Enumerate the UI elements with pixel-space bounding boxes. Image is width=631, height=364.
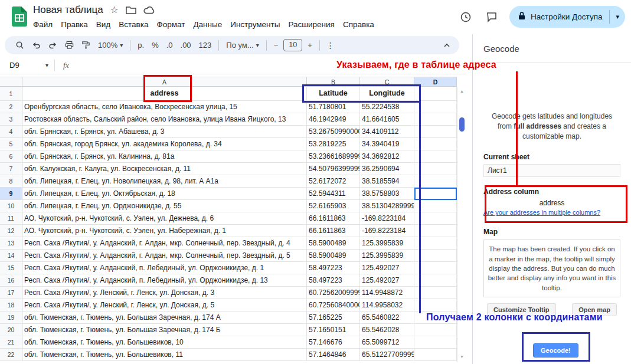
cell-C6[interactable]: 34.3692812 bbox=[360, 150, 414, 163]
cloud-status-icon[interactable] bbox=[143, 6, 155, 14]
cell-A17[interactable]: Респ. Саха /Якутия/, у. Ленский, г. Ленс… bbox=[22, 287, 307, 299]
scrollbar-thumb[interactable] bbox=[459, 117, 465, 132]
cell-A2[interactable]: Оренбургская область, село Ивановка, Вос… bbox=[22, 101, 307, 113]
cell-D20[interactable] bbox=[414, 324, 457, 336]
multiple-columns-link[interactable]: Are your addresses in multiple columns? bbox=[483, 209, 620, 216]
cell-A16[interactable]: Респ. Саха /Якутия/, у. Алданский, п. Ле… bbox=[22, 274, 307, 287]
cell-C15[interactable]: 125.492027 bbox=[360, 262, 414, 274]
cell-D13[interactable] bbox=[414, 237, 457, 250]
cell-A1[interactable]: address bbox=[22, 87, 307, 101]
cell-C21[interactable]: 65.5099712 bbox=[360, 336, 414, 349]
row-header-3[interactable]: 3 bbox=[0, 113, 22, 126]
cell-B22[interactable]: 57.1464846 bbox=[307, 349, 360, 361]
number-format-button[interactable]: 123 bbox=[195, 39, 215, 51]
row-header-9[interactable]: 9 bbox=[0, 188, 22, 200]
cell-B6[interactable]: 53.23661689999999 bbox=[307, 150, 360, 163]
zoom-dropdown[interactable]: 100% ▾ bbox=[94, 39, 126, 51]
cell-B16[interactable]: 58.497223 bbox=[307, 274, 360, 287]
cell-A6[interactable]: обл. Брянская, г. Брянск, ул. Калинина, … bbox=[22, 150, 307, 163]
cell-D2[interactable] bbox=[414, 101, 457, 113]
cell-B1[interactable]: Latitude bbox=[307, 87, 360, 101]
sheets-logo-icon[interactable] bbox=[12, 6, 27, 29]
move-folder-icon[interactable] bbox=[126, 6, 136, 14]
cell-A5[interactable]: обл. Брянская, город Брянск, ул. академи… bbox=[22, 138, 307, 150]
more-options-icon[interactable]: ⋮ bbox=[323, 39, 338, 52]
share-dropdown-caret-icon[interactable]: ▾ bbox=[610, 13, 625, 21]
row-header-6[interactable]: 6 bbox=[0, 150, 22, 163]
row-header-12[interactable]: 12 bbox=[0, 225, 22, 237]
cell-C11[interactable]: -169.8223184 bbox=[360, 212, 414, 225]
cell-D16[interactable] bbox=[414, 274, 457, 287]
column-header-B[interactable]: B bbox=[307, 77, 360, 87]
scroll-up-icon[interactable]: ▲ bbox=[457, 87, 466, 96]
cell-B13[interactable]: 58.5900489 bbox=[307, 237, 360, 250]
cell-D1[interactable] bbox=[414, 87, 457, 101]
comments-icon[interactable] bbox=[483, 9, 500, 25]
cell-B2[interactable]: 51.7180801 bbox=[307, 101, 360, 113]
cell-D21[interactable] bbox=[414, 336, 457, 349]
cell-C17[interactable]: 114.9948872 bbox=[360, 287, 414, 299]
menu-Файл[interactable]: Файл bbox=[29, 18, 57, 31]
cell-C7[interactable]: 36.2590694 bbox=[360, 163, 414, 175]
menu-Расширения[interactable]: Расширения bbox=[284, 18, 339, 31]
cell-A8[interactable]: обл. Липецкая, г. Елец, ул. Новолипецкая… bbox=[22, 175, 307, 188]
cell-C5[interactable]: 34.3940419 bbox=[360, 138, 414, 150]
cell-D17[interactable] bbox=[414, 287, 457, 299]
cell-A21[interactable]: обл. Тюменская, г. Тюмень, ул. Большевик… bbox=[22, 336, 307, 349]
cell-C8[interactable]: 38.5185594 bbox=[360, 175, 414, 188]
row-header-15[interactable]: 15 bbox=[0, 262, 22, 274]
row-header-10[interactable]: 10 bbox=[0, 200, 22, 212]
row-header-20[interactable]: 20 bbox=[0, 324, 22, 336]
redo-icon[interactable] bbox=[45, 39, 61, 51]
row-header-14[interactable]: 14 bbox=[0, 250, 22, 262]
cell-B5[interactable]: 53.2819225 bbox=[307, 138, 360, 150]
current-sheet-value[interactable]: Лист1 bbox=[483, 164, 620, 177]
cell-B17[interactable]: 60.72562009999999 bbox=[307, 287, 360, 299]
row-header-2[interactable]: 2 bbox=[0, 101, 22, 113]
cell-B19[interactable]: 57.165225 bbox=[307, 311, 360, 324]
cell-D4[interactable] bbox=[414, 126, 457, 138]
cell-B8[interactable]: 52.6172072 bbox=[307, 175, 360, 188]
cell-B9[interactable]: 52.5944311 bbox=[307, 188, 360, 200]
cell-B12[interactable]: 66.1611863 bbox=[307, 225, 360, 237]
cell-A11[interactable]: АО. Чукотский, р-н. Чукотский, с. Уэлен,… bbox=[22, 212, 307, 225]
cell-C13[interactable]: 125.3995839 bbox=[360, 237, 414, 250]
cell-C22[interactable]: 65.51227709999999 bbox=[360, 349, 414, 361]
row-header-22[interactable]: 22 bbox=[0, 349, 22, 361]
row-header-11[interactable]: 11 bbox=[0, 212, 22, 225]
row-header-8[interactable]: 8 bbox=[0, 175, 22, 188]
decrease-decimal-button[interactable]: .0 bbox=[163, 39, 176, 51]
menu-Справка[interactable]: Справка bbox=[339, 18, 378, 31]
cell-A13[interactable]: Респ. Саха /Якутия/, у. Алданский, г. Ал… bbox=[22, 237, 307, 250]
cell-D3[interactable] bbox=[414, 113, 457, 126]
cell-B14[interactable]: 58.5900489 bbox=[307, 250, 360, 262]
cell-D5[interactable] bbox=[414, 138, 457, 150]
cell-D22[interactable] bbox=[414, 349, 457, 361]
cell-D11[interactable] bbox=[414, 212, 457, 225]
document-title[interactable]: Новая таблица bbox=[33, 4, 103, 16]
menu-Инструменты[interactable]: Инструменты bbox=[226, 18, 284, 31]
column-header-C[interactable]: C bbox=[360, 77, 414, 87]
vertical-scrollbar[interactable]: ▲ ▼ bbox=[457, 87, 466, 362]
cell-C20[interactable]: 65.5462028 bbox=[360, 324, 414, 336]
collapse-toolbar-icon[interactable] bbox=[442, 41, 452, 50]
row-header-18[interactable]: 18 bbox=[0, 299, 22, 311]
cell-B18[interactable]: 60.72560840000001 bbox=[307, 299, 360, 311]
cell-D9[interactable] bbox=[414, 188, 457, 200]
cell-A19[interactable]: обл. Тюменская, г. Тюмень, ул. Большая З… bbox=[22, 311, 307, 324]
row-header-17[interactable]: 17 bbox=[0, 287, 22, 299]
cell-B7[interactable]: 54.50796399999999 bbox=[307, 163, 360, 175]
percent-format-button[interactable]: % bbox=[148, 39, 162, 51]
cell-C14[interactable]: 125.3995839 bbox=[360, 250, 414, 262]
row-header-5[interactable]: 5 bbox=[0, 138, 22, 150]
cell-B10[interactable]: 52.6165903 bbox=[307, 200, 360, 212]
cell-D18[interactable] bbox=[414, 299, 457, 311]
cell-C4[interactable]: 34.4109112 bbox=[360, 126, 414, 138]
cell-A20[interactable]: обл. Тюменская, г. Тюмень, ул. Большая З… bbox=[22, 324, 307, 336]
cell-A7[interactable]: обл. Калужская, г. Калуга, ул. Воскресен… bbox=[22, 163, 307, 175]
menu-Вставка[interactable]: Вставка bbox=[115, 18, 152, 31]
cell-A18[interactable]: Респ. Саха /Якутия/, у. Ленский, г. Ленс… bbox=[22, 299, 307, 311]
search-icon[interactable] bbox=[12, 39, 28, 51]
cell-D8[interactable] bbox=[414, 175, 457, 188]
menu-Формат[interactable]: Формат bbox=[152, 18, 189, 31]
